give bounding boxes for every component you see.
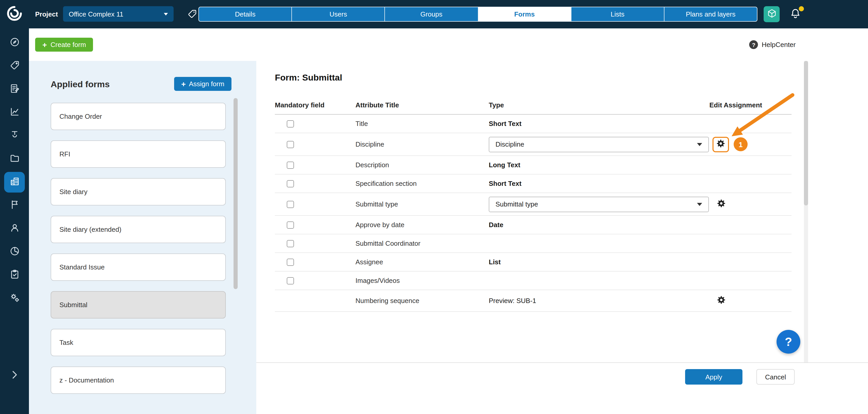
attribute-title: Discipline bbox=[355, 140, 489, 148]
type-dropdown[interactable]: Submittal type bbox=[489, 197, 709, 212]
form-card[interactable]: RFI bbox=[51, 140, 226, 168]
col-header-type: Type bbox=[489, 101, 709, 109]
sidebar-item-flags[interactable] bbox=[4, 195, 25, 216]
type-dropdown[interactable]: Discipline bbox=[489, 137, 709, 152]
attribute-type: Preview: SUB-1 bbox=[489, 297, 536, 305]
attribute-title: Numbering sequence bbox=[355, 297, 489, 305]
help-center-label: HelpCenter bbox=[762, 41, 796, 48]
sidebar-item-tags[interactable] bbox=[4, 56, 25, 76]
project-label: Project bbox=[35, 0, 58, 28]
assign-form-button[interactable]: + Assign form bbox=[174, 77, 231, 91]
mandatory-checkbox[interactable] bbox=[287, 180, 294, 187]
attribute-type: List bbox=[489, 258, 501, 266]
sidebar-item-dashboard[interactable] bbox=[4, 242, 25, 262]
footer-bar: Apply Cancel bbox=[256, 363, 868, 414]
form-card[interactable]: Site diary (extended) bbox=[51, 216, 226, 243]
attribute-row: DisciplineDiscipline1 bbox=[275, 133, 792, 156]
tab-forms[interactable]: Forms bbox=[478, 7, 571, 21]
chevron-down-icon bbox=[697, 203, 702, 206]
forms-icon bbox=[9, 83, 20, 96]
sidebar-item-users[interactable] bbox=[4, 218, 25, 239]
form-card[interactable]: Task bbox=[51, 329, 226, 356]
floating-help-button[interactable]: ? bbox=[777, 330, 800, 354]
box-cube-icon bbox=[767, 8, 777, 20]
edit-assignment-gear-button[interactable] bbox=[717, 199, 726, 210]
question-mark-icon: ? bbox=[749, 40, 758, 49]
sidebar-item-forms[interactable] bbox=[4, 79, 25, 100]
attribute-row: TitleShort Text bbox=[275, 114, 792, 133]
edit-assignment-gear-button[interactable] bbox=[712, 137, 729, 152]
attributes-table: Mandatory field Attribute Title Type Edi… bbox=[275, 96, 792, 312]
notification-dot bbox=[799, 6, 804, 11]
left-panel-scrollbar[interactable] bbox=[234, 98, 238, 289]
chevron-down-icon bbox=[697, 143, 702, 146]
tab-groups[interactable]: Groups bbox=[385, 7, 478, 21]
notifications-bell-icon[interactable] bbox=[789, 8, 802, 20]
chevron-down-icon bbox=[164, 13, 168, 15]
col-header-attribute-title: Attribute Title bbox=[355, 101, 489, 109]
attribute-title: Title bbox=[355, 120, 489, 128]
form-card-label: RFI bbox=[59, 150, 70, 158]
tags-icon[interactable] bbox=[187, 9, 197, 21]
form-card[interactable]: Site diary bbox=[51, 178, 226, 205]
form-card-label: Site diary bbox=[59, 188, 87, 196]
form-card[interactable]: Standard Issue bbox=[51, 253, 226, 281]
dalux-box-app-button[interactable] bbox=[764, 6, 780, 22]
sidebar-item-crane[interactable] bbox=[4, 126, 25, 146]
edit-assignment-gear-button[interactable] bbox=[717, 295, 726, 306]
users-icon bbox=[9, 222, 20, 235]
gear-icon bbox=[717, 295, 726, 306]
sidebar-item-compass[interactable] bbox=[4, 33, 25, 53]
apply-button[interactable]: Apply bbox=[685, 369, 742, 385]
type-dropdown-value: Submittal type bbox=[495, 200, 538, 208]
page-scrollbar-thumb[interactable] bbox=[804, 61, 808, 205]
settings-icon bbox=[9, 292, 20, 305]
mandatory-checkbox[interactable] bbox=[287, 161, 294, 169]
tab-lists[interactable]: Lists bbox=[571, 7, 664, 21]
attribute-row: DescriptionLong Text bbox=[275, 156, 792, 174]
form-detail-panel: Form: Submittal Mandatory field Attribut… bbox=[256, 61, 868, 414]
tags-icon bbox=[9, 60, 20, 72]
sidebar-expand-button[interactable] bbox=[0, 369, 29, 382]
checklists-icon bbox=[9, 269, 20, 281]
mandatory-checkbox[interactable] bbox=[287, 258, 294, 266]
attribute-title: Description bbox=[355, 161, 489, 169]
form-card[interactable]: Change Order bbox=[51, 103, 226, 130]
sidebar-item-settings[interactable] bbox=[4, 288, 25, 309]
create-form-button[interactable]: + Create form bbox=[35, 38, 93, 51]
form-card-label: z - Documentation bbox=[59, 376, 114, 384]
sidebar-item-files[interactable] bbox=[4, 149, 25, 169]
company-logo-icon[interactable] bbox=[6, 5, 23, 24]
attribute-row: Submittal Coordinator bbox=[275, 234, 792, 253]
mandatory-checkbox[interactable] bbox=[287, 240, 294, 247]
form-card[interactable]: Submittal bbox=[51, 291, 226, 318]
mandatory-checkbox[interactable] bbox=[287, 201, 294, 208]
form-card-label: Change Order bbox=[59, 112, 102, 120]
tab-plans-and-layers[interactable]: Plans and layers bbox=[664, 7, 757, 21]
form-card[interactable]: z - Documentation bbox=[51, 367, 226, 394]
attribute-title: Specification section bbox=[355, 180, 489, 187]
page-scrollbar[interactable] bbox=[804, 61, 808, 363]
mandatory-checkbox[interactable] bbox=[287, 221, 294, 229]
project-selector-value: Office Complex 11 bbox=[69, 10, 123, 18]
project-selector[interactable]: Office Complex 11 bbox=[63, 6, 174, 22]
flags-icon bbox=[9, 199, 20, 212]
attribute-type: Long Text bbox=[489, 161, 520, 169]
help-center-link[interactable]: ? HelpCenter bbox=[749, 28, 796, 61]
buildings-icon bbox=[9, 176, 20, 188]
form-card-label: Site diary (extended) bbox=[59, 226, 121, 233]
mandatory-checkbox[interactable] bbox=[287, 141, 294, 148]
tab-users[interactable]: Users bbox=[292, 7, 385, 21]
cancel-button[interactable]: Cancel bbox=[756, 369, 795, 385]
applied-forms-list: Change OrderRFISite diarySite diary (ext… bbox=[51, 103, 226, 394]
reports-icon bbox=[9, 106, 20, 119]
sidebar-item-buildings[interactable] bbox=[4, 172, 25, 193]
applied-forms-panel: Applied forms + Assign form Change Order… bbox=[29, 61, 256, 414]
mandatory-checkbox[interactable] bbox=[287, 277, 294, 284]
crane-icon bbox=[9, 130, 20, 142]
sidebar-item-reports[interactable] bbox=[4, 102, 25, 123]
app-sidebar bbox=[0, 0, 29, 414]
sidebar-item-checklists[interactable] bbox=[4, 265, 25, 285]
tab-details[interactable]: Details bbox=[199, 7, 292, 21]
mandatory-checkbox[interactable] bbox=[287, 120, 294, 127]
